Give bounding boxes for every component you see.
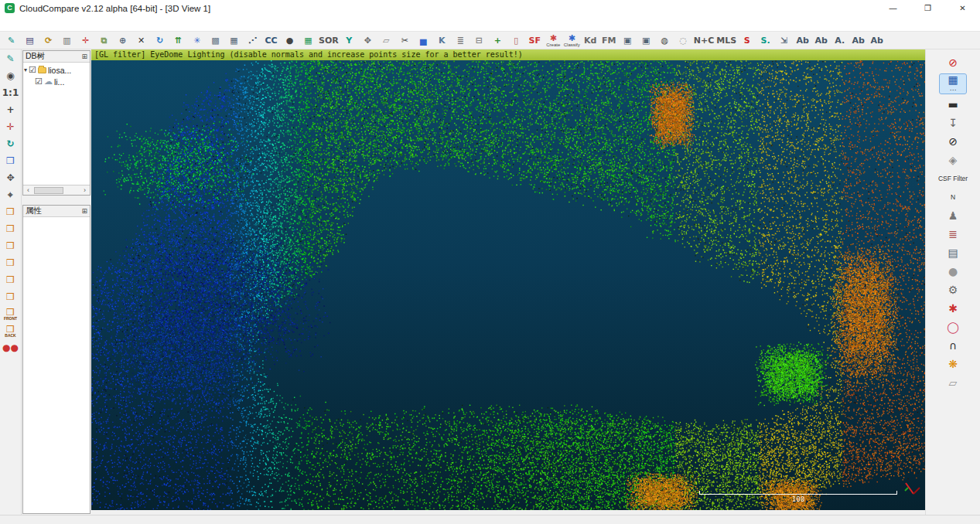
connected-components-button[interactable]: CC [263,32,279,49]
octree-button[interactable]: ▩ [207,32,224,49]
point-cloud-render[interactable] [91,60,925,510]
minimize-button[interactable]: — [876,0,910,16]
menu-tools[interactable] [25,22,36,26]
scalar-fields-button[interactable]: ≣ [452,32,469,49]
save-button[interactable]: ▤ [22,32,38,49]
facets-ab4-button[interactable]: Ab [869,32,885,49]
filter-by-value-button[interactable]: ⊟ [471,32,487,49]
dotted-sphere-button[interactable]: ◌ [675,32,691,49]
fast-marching-button[interactable]: FM [601,32,617,49]
curvature-button[interactable]: K [434,32,450,49]
menu-help[interactable] [68,22,79,26]
delete-sf-button[interactable]: ▯ [508,32,524,49]
sample-points-button[interactable]: ● [282,32,298,49]
panel-splitter[interactable] [22,196,91,204]
menu-3dview[interactable] [57,22,68,26]
clone-button[interactable]: ⧉ [96,32,112,49]
left-view-button[interactable]: ❒ [2,238,20,253]
rasterize-button[interactable]: ▦ [226,32,242,49]
facets-a-button[interactable]: A. [831,32,848,49]
translate-button[interactable]: ✥ [360,32,376,49]
qpcv-plugin-button[interactable]: ● [940,264,966,279]
normals-plus-colors-button[interactable]: N+C [694,32,715,49]
kd-tree-button[interactable]: Kd [582,32,599,49]
q3dmasc-plugin-button[interactable]: ≣ [940,226,966,242]
interactive-transformation-button[interactable]: ✛ [77,32,94,49]
fit-plane-button[interactable]: ▱ [378,32,394,49]
screen-capture-button[interactable]: ▣ [620,32,636,49]
pivot-button[interactable]: ✛ [2,119,20,134]
qclassify-plugin-button[interactable]: ♟ [940,208,966,223]
back-view-button[interactable]: ❒ [2,272,20,288]
back-iso-view-button[interactable]: ❒ BACK [2,323,20,339]
front-view-button[interactable]: ❒ [2,221,20,236]
apply-transformation-button[interactable]: ▥ [59,32,75,49]
add-sf-button[interactable]: + [490,32,506,49]
mls-button[interactable]: MLS [716,32,736,49]
front-iso-view-button[interactable]: ❒ FRONT [2,306,20,322]
qvr-plugin-button[interactable]: ∩ [940,338,966,353]
qhpr-plugin-button[interactable]: ▤ [940,245,966,260]
facets-ab2-button[interactable]: Ab [813,32,829,49]
zoom-1-1-button[interactable]: 1:1 [2,85,20,100]
csf-filter-label[interactable]: CSF Filter [940,171,966,186]
bottom-view-button[interactable]: ❒ [2,289,20,305]
canupo-create-button[interactable]: ✱ Create [545,32,562,49]
menu-edit[interactable] [14,22,25,26]
subsample-button[interactable]: ✳ [189,32,205,49]
rotate-view-button[interactable]: ↻ [2,136,20,151]
float-panel-icon[interactable]: ⊞ [81,207,87,215]
expander-icon[interactable]: ▾ [24,66,27,73]
restore-button[interactable]: ❐ [910,0,945,16]
scrollbar-track[interactable] [33,186,80,195]
zoom-button[interactable]: ⌖ [2,187,20,202]
resample-button[interactable]: ⋰ [244,32,261,49]
horizontal-scrollbar[interactable]: ‹ › [23,185,90,195]
levels-button[interactable]: ⇈ [170,32,186,49]
qcsf-plugin-button[interactable]: ◈ [940,152,966,168]
gradient-button[interactable]: Y [341,32,357,49]
globe-button[interactable]: ◍ [657,32,673,49]
scrollbar-thumb[interactable] [34,187,63,194]
perspective-button[interactable]: ❒ [2,153,20,168]
csf-s-button[interactable]: S [739,32,755,49]
qellipser-plugin-button[interactable]: ◯ [940,319,966,335]
scroll-right-icon[interactable]: › [80,185,90,196]
qprotractor-plugin-button[interactable]: ▱ [940,375,966,390]
scroll-left-icon[interactable]: ‹ [23,185,33,196]
canupo-classify-button[interactable]: ✱ Classify [564,32,580,49]
global-shift-scale-button[interactable]: ⟳ [40,32,56,49]
menu-display[interactable] [36,22,46,26]
stereo-button[interactable]: ●● [2,340,20,356]
tree-row-cloud[interactable]: ☑ ☁ li... [24,76,89,87]
tree-item-label[interactable]: li... [54,77,64,87]
qcork-plugin-button[interactable]: ⊘ [940,134,966,149]
qplumb-plugin-button[interactable]: ↧ [940,115,966,131]
qsra-disabled-icon[interactable]: ⊘ [940,56,966,71]
right-view-button[interactable]: ❒ [2,255,20,271]
pick-rotation-center-button[interactable]: ↻ [152,32,168,49]
zoom-fit-button[interactable]: + [2,102,20,117]
qransac-plugin-button[interactable]: ✱ [940,301,966,316]
open-button[interactable]: ✎ [3,32,19,49]
tree-row-root[interactable]: ▾ ☑ liosa... [24,64,89,76]
delete-button[interactable]: ✕ [133,32,149,49]
sra-button[interactable]: S. [757,32,773,49]
facets-ab3-button[interactable]: Ab [850,32,866,49]
screenshot-button[interactable]: ◉ [2,68,20,83]
pencil-tool-button[interactable]: ✎ [2,51,20,66]
segment-button[interactable]: ✂ [397,32,413,49]
checkbox-icon[interactable]: ☑ [29,65,36,75]
color-grid-button[interactable]: ▦ [300,32,316,49]
qanimation-plugin-button[interactable]: ▬ [940,97,966,112]
float-panel-icon[interactable]: ⊞ [81,53,87,60]
qrbd-plugin-button[interactable]: ⚙ [940,282,966,298]
top-view-button[interactable]: ❒ [2,204,20,219]
3d-view[interactable]: [GL filter] EyeDome Lighting (disable no… [91,49,925,515]
export-button[interactable]: ⇲ [776,32,792,49]
facets-ab1-button[interactable]: Ab [794,32,811,49]
sf-color-scale-button[interactable]: SF [527,32,543,49]
merge-button[interactable]: ⊕ [114,32,131,49]
sor-filter-button[interactable]: SOR [319,32,339,49]
checkbox-icon[interactable]: ☑ [35,77,43,87]
